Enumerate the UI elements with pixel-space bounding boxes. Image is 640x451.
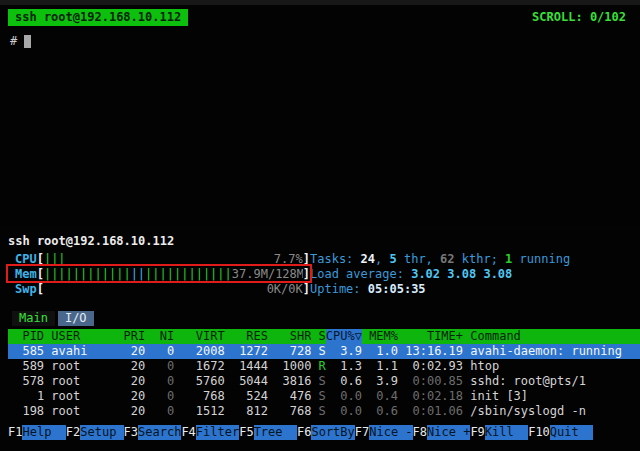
cell-time: 0:00.85: [398, 374, 463, 389]
cell-ni: 0: [145, 359, 174, 374]
header-state[interactable]: S: [311, 329, 325, 344]
shell-prompt-line[interactable]: #: [0, 26, 640, 49]
header-mem[interactable]: MEM%: [362, 329, 398, 344]
htop-app: CPU[|||7.7%] Tasks: 24, 5 thr, 62 kthr; …: [0, 250, 640, 440]
cell-user: avahi: [44, 344, 116, 359]
cell-cpu: 1.3: [326, 359, 362, 374]
fkey-action: Nice +: [427, 425, 470, 440]
process-row[interactable]: 589 root 20 0 1672 1444 1000 R 1.3 1.1 0…: [8, 359, 640, 374]
cell-pri: 20: [116, 374, 145, 389]
fkey-sortby[interactable]: F6SortBy: [297, 425, 355, 440]
fkey-label: F6: [297, 425, 311, 440]
cell-mem: 0.6: [362, 404, 398, 419]
tasks-label: Tasks:: [310, 252, 361, 266]
fkey-tree[interactable]: F5Tree: [239, 425, 297, 440]
header-pid[interactable]: PID: [8, 329, 44, 344]
header-user[interactable]: USER: [44, 329, 116, 344]
cell-ni: 0: [145, 344, 174, 359]
process-row[interactable]: 1 root 20 0 768 524 476 S 0.0 0.4 0:02.1…: [8, 389, 640, 404]
fkey-label: F2: [66, 425, 80, 440]
top-terminal-pane[interactable]: ssh root@192.168.10.112 SCROLL: 0/102 #: [0, 5, 640, 227]
bottom-terminal-pane[interactable]: ssh root@192.168.10.112 CPU[|||7.7%] Tas…: [0, 230, 640, 451]
sort-arrow-icon: ▽: [355, 329, 362, 343]
scroll-indicator: SCROLL: 0/102: [532, 10, 626, 25]
fkey-quit[interactable]: F10Quit: [528, 425, 593, 440]
mem-meter-line: Mem[||||||||||||||||||||||||||37.9M/128M…: [8, 267, 640, 282]
swap-meter-line: Swp[0K/0K] Uptime: 05:05:35: [8, 282, 640, 297]
bracket-open: [: [37, 252, 44, 267]
cell-mem: 1.0: [362, 344, 398, 359]
cell-pid: 198: [8, 404, 44, 419]
bracket-close: ]: [303, 252, 310, 267]
cell-command: htop: [463, 359, 640, 374]
cell-res: 812: [225, 404, 268, 419]
process-row[interactable]: 578 root 20 0 5760 5044 3816 S 0.6 3.9 0…: [8, 374, 640, 389]
process-row[interactable]: 198 root 20 0 1512 812 768 S 0.0 0.6 0:0…: [8, 404, 640, 419]
fkey-help[interactable]: F1Help: [8, 425, 66, 440]
fkey-search[interactable]: F3Search: [124, 425, 182, 440]
cell-pri: 20: [116, 344, 145, 359]
fkey-action: Search: [138, 425, 181, 440]
cell-res: 524: [225, 389, 268, 404]
process-row-selected[interactable]: 585 avahi 20 0 2008 1272 728 S 3.9 1.0 1…: [8, 344, 640, 359]
cell-state: R: [311, 359, 325, 374]
cell-ni: 0: [145, 404, 174, 419]
cpu-meter-line: CPU[|||7.7%] Tasks: 24, 5 thr, 62 kthr; …: [8, 252, 640, 267]
cell-res: 1444: [225, 359, 268, 374]
bracket-open: [: [37, 282, 44, 297]
header-cpu-label: CPU%: [326, 329, 355, 343]
header-res[interactable]: RES: [225, 329, 268, 344]
tasks-stat: Tasks: 24, 5 thr, 62 kthr; 1 running: [310, 252, 570, 267]
uptime-value: 05:05:35: [368, 282, 426, 296]
bracket-open: [: [37, 267, 44, 282]
tab-io[interactable]: I/O: [58, 311, 94, 326]
cell-res: 5044: [225, 374, 268, 389]
mem-usage-text: 37.9M/128M: [232, 267, 303, 282]
fkey-kill[interactable]: F9Kill: [470, 425, 528, 440]
cell-virt: 2008: [174, 344, 225, 359]
cell-user: root: [44, 404, 116, 419]
fkey-label: F4: [181, 425, 195, 440]
thread-label: thr,: [397, 252, 440, 266]
cell-shr: 768: [268, 404, 311, 419]
fkey-nice-up[interactable]: F8Nice +: [413, 425, 471, 440]
header-shr[interactable]: SHR: [268, 329, 311, 344]
cell-virt: 5760: [174, 374, 225, 389]
header-time[interactable]: TIME+: [398, 329, 463, 344]
cell-shr: 3816: [268, 374, 311, 389]
uptime-label: Uptime:: [310, 282, 368, 296]
header-virt[interactable]: VIRT: [174, 329, 225, 344]
fkey-nice-down[interactable]: F7Nice -: [355, 425, 413, 440]
cell-state: S: [311, 404, 325, 419]
mem-meter-label: Mem: [15, 267, 37, 282]
scroll-label: SCROLL:: [532, 10, 590, 24]
header-pri[interactable]: PRI: [116, 329, 145, 344]
thread-count: 5: [389, 252, 396, 266]
fkey-label: F8: [413, 425, 427, 440]
header-command[interactable]: Command: [463, 329, 640, 344]
cpu-meter-label: CPU: [15, 252, 37, 267]
kthread-count: 62: [440, 252, 454, 266]
uptime-stat: Uptime: 05:05:35: [310, 282, 426, 297]
process-table-header[interactable]: PID USER PRI NI VIRT RES SHR S CPU%▽ MEM…: [8, 329, 640, 344]
text-cursor: [24, 35, 31, 48]
fkey-setup[interactable]: F2Setup: [66, 425, 124, 440]
cell-virt: 768: [174, 389, 225, 404]
tab-main[interactable]: Main: [12, 311, 55, 326]
cell-virt: 1672: [174, 359, 225, 374]
cpu-meter: CPU[|||7.7%]: [8, 252, 310, 267]
fkey-label: F3: [124, 425, 138, 440]
fkey-filter[interactable]: F4Filter: [181, 425, 239, 440]
fkey-label: F9: [470, 425, 484, 440]
cell-state: S: [311, 374, 325, 389]
tasks-sep: ,: [375, 252, 389, 266]
cell-pid: 578: [8, 374, 44, 389]
top-pane-titlebar: ssh root@192.168.10.112 SCROLL: 0/102: [0, 5, 640, 26]
header-ni[interactable]: NI: [145, 329, 174, 344]
header-cpu-sorted[interactable]: CPU%▽: [326, 329, 362, 344]
cell-shr: 476: [268, 389, 311, 404]
prompt-symbol: #: [10, 34, 17, 49]
load-1min: 3.02: [411, 267, 447, 281]
bottom-pane-title: ssh root@192.168.10.112: [8, 234, 174, 248]
running-label: running: [512, 252, 570, 266]
